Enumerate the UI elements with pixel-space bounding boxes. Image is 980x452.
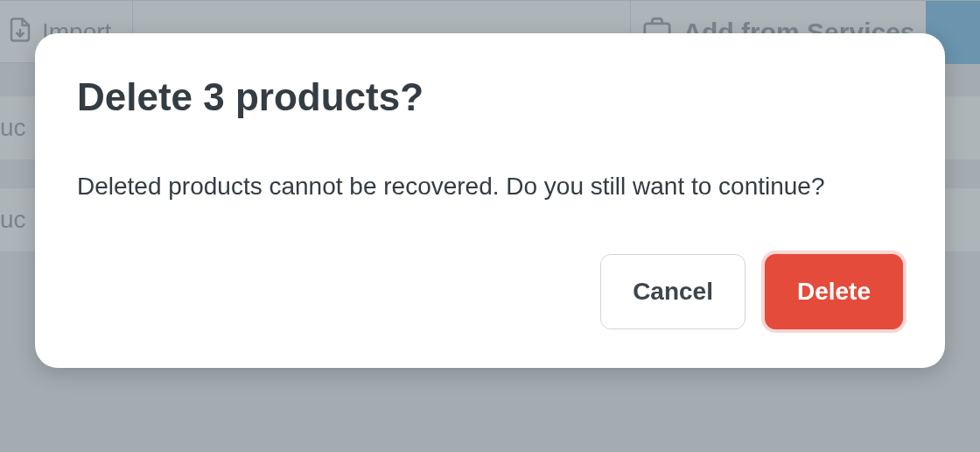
- modal-actions: Cancel Delete: [77, 254, 903, 329]
- confirmation-modal: Delete 3 products? Deleted products cann…: [35, 33, 945, 368]
- modal-body-text: Deleted products cannot be recovered. Do…: [77, 170, 903, 203]
- modal-title: Delete 3 products?: [77, 75, 903, 119]
- app-background: Import Add from Services uc uc Delete 3 …: [0, 0, 980, 452]
- cancel-button[interactable]: Cancel: [600, 254, 746, 329]
- delete-button[interactable]: Delete: [765, 254, 903, 329]
